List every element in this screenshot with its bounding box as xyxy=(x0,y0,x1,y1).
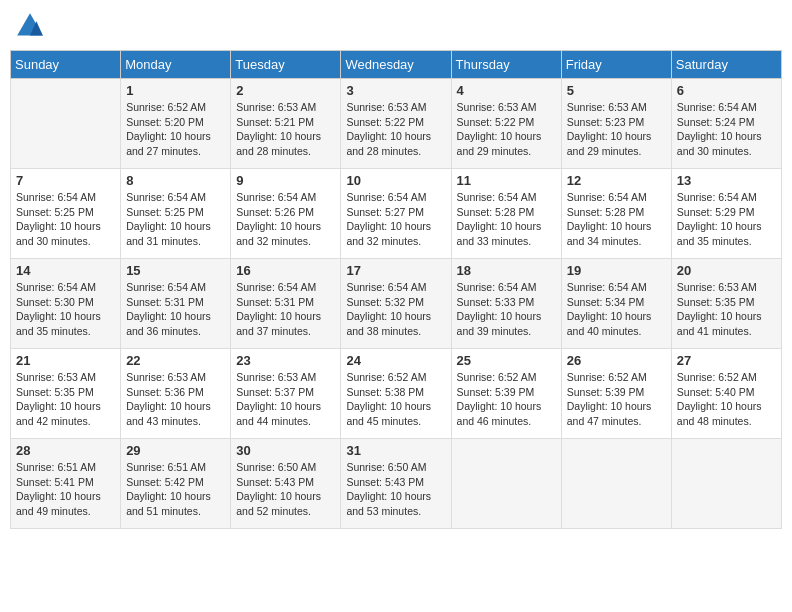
day-info: Sunrise: 6:53 AMSunset: 5:35 PMDaylight:… xyxy=(16,370,115,429)
daylight-text: Daylight: 10 hours xyxy=(236,400,321,412)
day-info: Sunrise: 6:53 AMSunset: 5:23 PMDaylight:… xyxy=(567,100,666,159)
daylight-text: Daylight: 10 hours xyxy=(126,310,211,322)
calendar-cell: 12Sunrise: 6:54 AMSunset: 5:28 PMDayligh… xyxy=(561,169,671,259)
calendar-cell xyxy=(11,79,121,169)
daylight-text: Daylight: 10 hours xyxy=(236,220,321,232)
daylight-text: Daylight: 10 hours xyxy=(677,130,762,142)
sunrise-text: Sunrise: 6:54 AM xyxy=(236,281,316,293)
daylight-text: Daylight: 10 hours xyxy=(346,490,431,502)
day-number: 24 xyxy=(346,353,445,368)
daylight-text: Daylight: 10 hours xyxy=(677,310,762,322)
daylight-text: Daylight: 10 hours xyxy=(346,220,431,232)
day-number: 9 xyxy=(236,173,335,188)
daylight-text-cont: and 42 minutes. xyxy=(16,415,91,427)
daylight-text: Daylight: 10 hours xyxy=(457,310,542,322)
sunset-text: Sunset: 5:37 PM xyxy=(236,386,314,398)
calendar-cell: 13Sunrise: 6:54 AMSunset: 5:29 PMDayligh… xyxy=(671,169,781,259)
daylight-text-cont: and 34 minutes. xyxy=(567,235,642,247)
daylight-text-cont: and 32 minutes. xyxy=(236,235,311,247)
header-sunday: Sunday xyxy=(11,51,121,79)
sunrise-text: Sunrise: 6:54 AM xyxy=(16,191,96,203)
sunrise-text: Sunrise: 6:50 AM xyxy=(346,461,426,473)
daylight-text: Daylight: 10 hours xyxy=(677,220,762,232)
day-info: Sunrise: 6:54 AMSunset: 5:25 PMDaylight:… xyxy=(126,190,225,249)
calendar-cell: 27Sunrise: 6:52 AMSunset: 5:40 PMDayligh… xyxy=(671,349,781,439)
sunset-text: Sunset: 5:29 PM xyxy=(677,206,755,218)
sunset-text: Sunset: 5:25 PM xyxy=(126,206,204,218)
sunset-text: Sunset: 5:27 PM xyxy=(346,206,424,218)
daylight-text: Daylight: 10 hours xyxy=(126,400,211,412)
calendar-cell: 23Sunrise: 6:53 AMSunset: 5:37 PMDayligh… xyxy=(231,349,341,439)
sunrise-text: Sunrise: 6:54 AM xyxy=(457,281,537,293)
daylight-text-cont: and 29 minutes. xyxy=(457,145,532,157)
sunrise-text: Sunrise: 6:51 AM xyxy=(126,461,206,473)
day-info: Sunrise: 6:53 AMSunset: 5:37 PMDaylight:… xyxy=(236,370,335,429)
day-number: 28 xyxy=(16,443,115,458)
day-info: Sunrise: 6:52 AMSunset: 5:20 PMDaylight:… xyxy=(126,100,225,159)
sunset-text: Sunset: 5:39 PM xyxy=(457,386,535,398)
day-number: 8 xyxy=(126,173,225,188)
day-number: 17 xyxy=(346,263,445,278)
day-info: Sunrise: 6:54 AMSunset: 5:33 PMDaylight:… xyxy=(457,280,556,339)
sunset-text: Sunset: 5:38 PM xyxy=(346,386,424,398)
daylight-text-cont: and 35 minutes. xyxy=(677,235,752,247)
calendar-cell: 6Sunrise: 6:54 AMSunset: 5:24 PMDaylight… xyxy=(671,79,781,169)
day-info: Sunrise: 6:54 AMSunset: 5:31 PMDaylight:… xyxy=(236,280,335,339)
sunset-text: Sunset: 5:35 PM xyxy=(16,386,94,398)
daylight-text: Daylight: 10 hours xyxy=(126,130,211,142)
day-info: Sunrise: 6:54 AMSunset: 5:30 PMDaylight:… xyxy=(16,280,115,339)
day-info: Sunrise: 6:54 AMSunset: 5:29 PMDaylight:… xyxy=(677,190,776,249)
daylight-text: Daylight: 10 hours xyxy=(346,310,431,322)
day-info: Sunrise: 6:54 AMSunset: 5:32 PMDaylight:… xyxy=(346,280,445,339)
daylight-text-cont: and 53 minutes. xyxy=(346,505,421,517)
day-info: Sunrise: 6:53 AMSunset: 5:36 PMDaylight:… xyxy=(126,370,225,429)
calendar-cell: 15Sunrise: 6:54 AMSunset: 5:31 PMDayligh… xyxy=(121,259,231,349)
sunrise-text: Sunrise: 6:54 AM xyxy=(677,191,757,203)
day-number: 27 xyxy=(677,353,776,368)
sunrise-text: Sunrise: 6:52 AM xyxy=(457,371,537,383)
daylight-text-cont: and 28 minutes. xyxy=(346,145,421,157)
calendar-cell: 2Sunrise: 6:53 AMSunset: 5:21 PMDaylight… xyxy=(231,79,341,169)
calendar-cell: 25Sunrise: 6:52 AMSunset: 5:39 PMDayligh… xyxy=(451,349,561,439)
sunrise-text: Sunrise: 6:54 AM xyxy=(236,191,316,203)
daylight-text: Daylight: 10 hours xyxy=(16,310,101,322)
calendar-cell: 31Sunrise: 6:50 AMSunset: 5:43 PMDayligh… xyxy=(341,439,451,529)
day-info: Sunrise: 6:53 AMSunset: 5:22 PMDaylight:… xyxy=(346,100,445,159)
day-info: Sunrise: 6:52 AMSunset: 5:39 PMDaylight:… xyxy=(567,370,666,429)
sunrise-text: Sunrise: 6:53 AM xyxy=(16,371,96,383)
logo-icon xyxy=(14,10,46,42)
daylight-text-cont: and 31 minutes. xyxy=(126,235,201,247)
day-info: Sunrise: 6:54 AMSunset: 5:28 PMDaylight:… xyxy=(567,190,666,249)
daylight-text: Daylight: 10 hours xyxy=(126,490,211,502)
calendar-cell: 21Sunrise: 6:53 AMSunset: 5:35 PMDayligh… xyxy=(11,349,121,439)
sunset-text: Sunset: 5:28 PM xyxy=(567,206,645,218)
daylight-text-cont: and 27 minutes. xyxy=(126,145,201,157)
daylight-text: Daylight: 10 hours xyxy=(236,130,321,142)
daylight-text: Daylight: 10 hours xyxy=(567,310,652,322)
week-row-5: 28Sunrise: 6:51 AMSunset: 5:41 PMDayligh… xyxy=(11,439,782,529)
sunset-text: Sunset: 5:43 PM xyxy=(236,476,314,488)
sunrise-text: Sunrise: 6:52 AM xyxy=(126,101,206,113)
daylight-text-cont: and 40 minutes. xyxy=(567,325,642,337)
calendar-cell: 29Sunrise: 6:51 AMSunset: 5:42 PMDayligh… xyxy=(121,439,231,529)
daylight-text: Daylight: 10 hours xyxy=(126,220,211,232)
sunrise-text: Sunrise: 6:54 AM xyxy=(346,191,426,203)
calendar-cell: 26Sunrise: 6:52 AMSunset: 5:39 PMDayligh… xyxy=(561,349,671,439)
calendar-cell: 24Sunrise: 6:52 AMSunset: 5:38 PMDayligh… xyxy=(341,349,451,439)
day-number: 30 xyxy=(236,443,335,458)
daylight-text-cont: and 47 minutes. xyxy=(567,415,642,427)
sunset-text: Sunset: 5:40 PM xyxy=(677,386,755,398)
calendar-cell: 4Sunrise: 6:53 AMSunset: 5:22 PMDaylight… xyxy=(451,79,561,169)
sunset-text: Sunset: 5:41 PM xyxy=(16,476,94,488)
page-header xyxy=(10,10,782,42)
day-info: Sunrise: 6:52 AMSunset: 5:39 PMDaylight:… xyxy=(457,370,556,429)
day-info: Sunrise: 6:54 AMSunset: 5:31 PMDaylight:… xyxy=(126,280,225,339)
week-row-4: 21Sunrise: 6:53 AMSunset: 5:35 PMDayligh… xyxy=(11,349,782,439)
sunset-text: Sunset: 5:22 PM xyxy=(457,116,535,128)
sunset-text: Sunset: 5:26 PM xyxy=(236,206,314,218)
calendar-cell: 3Sunrise: 6:53 AMSunset: 5:22 PMDaylight… xyxy=(341,79,451,169)
calendar-cell: 22Sunrise: 6:53 AMSunset: 5:36 PMDayligh… xyxy=(121,349,231,439)
daylight-text-cont: and 52 minutes. xyxy=(236,505,311,517)
sunrise-text: Sunrise: 6:53 AM xyxy=(346,101,426,113)
day-number: 12 xyxy=(567,173,666,188)
